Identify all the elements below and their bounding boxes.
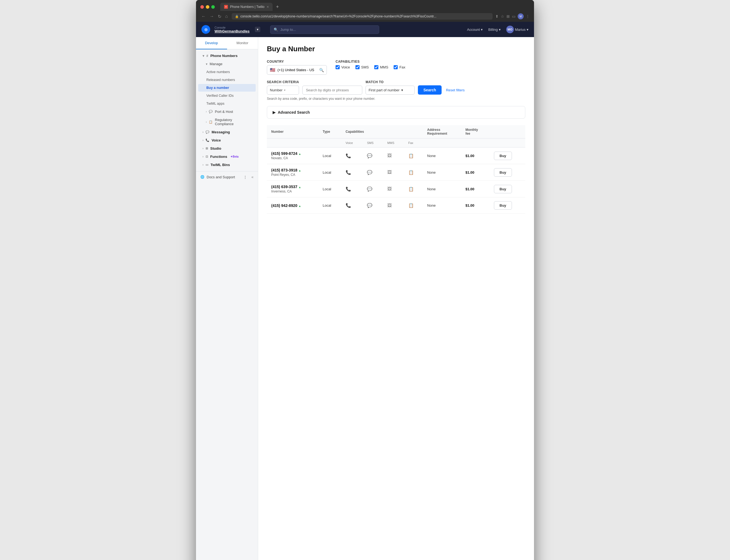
buy-button-2[interactable]: Buy	[494, 185, 512, 193]
sidebar-item-buy-number[interactable]: Buy a number	[198, 84, 256, 92]
sidebar-item-active-numbers[interactable]: Active numbers	[198, 68, 256, 76]
sidebar-item-manage[interactable]: ▾ Manage	[198, 60, 256, 68]
table-row: (415) 873-3918 ▲ Point Reyes, CA Local 📞…	[267, 164, 525, 181]
cell-type-2: Local	[319, 181, 341, 197]
fax-cap-icon: 📋	[408, 187, 414, 191]
cell-buy-1: Buy	[489, 164, 525, 181]
app-header: ⊕ Console WithGermanBundles ▾ 🔍 Jump to.…	[196, 22, 534, 37]
menu-button[interactable]: ⋮	[526, 13, 530, 19]
cell-sms-0: 💬	[363, 147, 383, 164]
sms-checkbox[interactable]	[356, 65, 360, 69]
criteria-type-dropdown[interactable]: Number ▾	[267, 86, 299, 95]
forward-button[interactable]: →	[209, 13, 215, 20]
cell-fee-0: $1.00	[461, 147, 489, 164]
trend-icon: ▲	[299, 169, 301, 172]
capabilities-row: Voice SMS MMS	[336, 65, 405, 69]
criteria-type-section: Search criteria Number ▾	[267, 80, 299, 95]
phone-numbers-label: Phone Numbers	[211, 54, 238, 58]
studio-icon: ⊞	[206, 147, 208, 150]
buy-button-1[interactable]: Buy	[494, 168, 512, 177]
col-header-type: Type	[319, 125, 341, 139]
reset-filters-button[interactable]: Reset filters	[445, 86, 466, 95]
criteria-type-value: Number	[270, 88, 283, 92]
messaging-chevron-icon: ›	[203, 131, 203, 134]
regulatory-chevron-icon: ›	[206, 121, 207, 124]
search-hint: Search by area code, prefix, or characte…	[267, 97, 525, 101]
sms-cap-label: SMS	[361, 65, 369, 69]
capability-voice[interactable]: Voice	[336, 65, 350, 69]
sidebar-item-messaging[interactable]: › 💬 Messaging	[198, 128, 256, 136]
bookmark-button[interactable]: ☆	[501, 13, 504, 19]
twiml-bins-label: TwiML Bins	[211, 163, 230, 167]
sidebar-item-voice[interactable]: › 📞 Voice	[198, 136, 256, 144]
col-sub-address	[423, 139, 461, 147]
back-button[interactable]: ←	[200, 13, 207, 20]
account-menu[interactable]: Account ▾	[467, 28, 483, 32]
cell-mms-0: 🖼	[383, 147, 404, 164]
search-button[interactable]: Search	[418, 85, 441, 95]
account-dropdown-button[interactable]: ▾	[255, 27, 260, 32]
col-sub-mms: MMS	[383, 139, 404, 147]
sidebar-item-twiml-bins[interactable]: › ▭ TwiML Bins	[198, 161, 256, 169]
sidebar-item-released-numbers[interactable]: Released numbers	[198, 76, 256, 84]
sidebar-collapse-button[interactable]: «	[251, 175, 254, 179]
search-criteria-label: Search criteria	[267, 80, 299, 84]
app-logo: ⊕	[202, 25, 210, 34]
sidebar-footer[interactable]: 🌐 Docs and Support ⋮ «	[196, 171, 258, 182]
reload-button[interactable]: ↻	[217, 13, 223, 20]
jump-to-search[interactable]: 🔍 Jump to...	[270, 25, 379, 34]
cell-address-3: None	[423, 197, 461, 214]
capability-fax[interactable]: Fax	[393, 65, 405, 69]
mms-checkbox[interactable]	[374, 65, 378, 69]
col-header-action	[489, 125, 525, 139]
share-button[interactable]: ⬆	[495, 13, 498, 19]
close-window-button[interactable]	[200, 5, 204, 9]
col-header-capabilities: Capabilities	[341, 125, 423, 139]
header-brand: Console WithGermanBundles	[215, 26, 250, 33]
capability-mms[interactable]: MMS	[374, 65, 388, 69]
tab-develop[interactable]: Develop	[196, 37, 227, 49]
tab-monitor[interactable]: Monitor	[227, 37, 258, 49]
mms-cap-icon: 🖼	[387, 170, 392, 174]
user-menu[interactable]: MO Marius ▾	[506, 26, 528, 33]
main-layout: Develop Monitor ▾ # Phone Numbers	[196, 37, 534, 560]
sidebar-item-studio[interactable]: › ⊞ Studio	[198, 144, 256, 152]
match-to-dropdown[interactable]: First part of number ▾	[365, 86, 414, 95]
country-select[interactable]: 🇺🇸 (+1) United States - US 🔍	[267, 65, 327, 75]
browser-tab[interactable]: T Phone Numbers | Twilio ×	[220, 3, 273, 11]
fax-checkbox[interactable]	[393, 65, 398, 69]
sidebar-toggle-button[interactable]: ▭	[512, 13, 515, 19]
search-digits-input[interactable]	[302, 86, 362, 95]
maximize-window-button[interactable]	[211, 5, 215, 9]
country-capabilities-row: Country 🇺🇸 (+1) United States - US 🔍 Cap…	[267, 60, 525, 75]
new-tab-button[interactable]: +	[274, 3, 281, 11]
browser-profile-icon[interactable]: M	[518, 13, 524, 19]
sidebar-item-port-host[interactable]: › 💬 Port & Host	[198, 108, 256, 116]
cell-number-2: (415) 639-3537 ▲ Inverness, CA	[267, 181, 319, 197]
functions-label: Functions	[210, 155, 227, 159]
account-name[interactable]: WithGermanBundles	[215, 29, 250, 33]
sidebar-item-regulatory-compliance[interactable]: › 📋 Regulatory Compliance	[198, 116, 256, 128]
minimize-window-button[interactable]	[206, 5, 209, 9]
table-header-row: Number Type Capabilities AddressRequirem…	[267, 125, 525, 139]
billing-menu[interactable]: Billing ▾	[488, 28, 501, 32]
extensions-button[interactable]: ⊞	[506, 13, 510, 19]
country-search-button[interactable]: 🔍	[319, 68, 324, 72]
address-bar[interactable]: 🔒 console.twilio.com/us1/develop/phone-n…	[232, 13, 492, 20]
buy-button-3[interactable]: Buy	[494, 201, 512, 210]
tab-close-button[interactable]: ×	[267, 5, 269, 9]
capability-sms[interactable]: SMS	[356, 65, 369, 69]
voice-checkbox[interactable]	[336, 65, 340, 69]
home-button[interactable]: ⌂	[224, 13, 229, 20]
buy-button-0[interactable]: Buy	[494, 152, 512, 160]
sidebar-item-functions[interactable]: › ⊡ Functions ✦Beta	[198, 153, 256, 161]
sidebar-item-verified-caller-ids[interactable]: Verified Caller IDs	[198, 92, 256, 100]
docs-more-icon[interactable]: ⋮	[244, 175, 247, 179]
col-sub-voice: Voice	[341, 139, 363, 147]
account-chevron-icon: ▾	[481, 28, 483, 32]
sidebar-item-twiml-apps[interactable]: TwiML apps	[198, 100, 256, 107]
avatar: MO	[506, 26, 514, 33]
cell-type-0: Local	[319, 147, 341, 164]
advanced-search-toggle[interactable]: ▶ Advanced Search	[267, 106, 525, 118]
sidebar-item-phone-numbers[interactable]: ▾ # Phone Numbers	[198, 52, 256, 60]
